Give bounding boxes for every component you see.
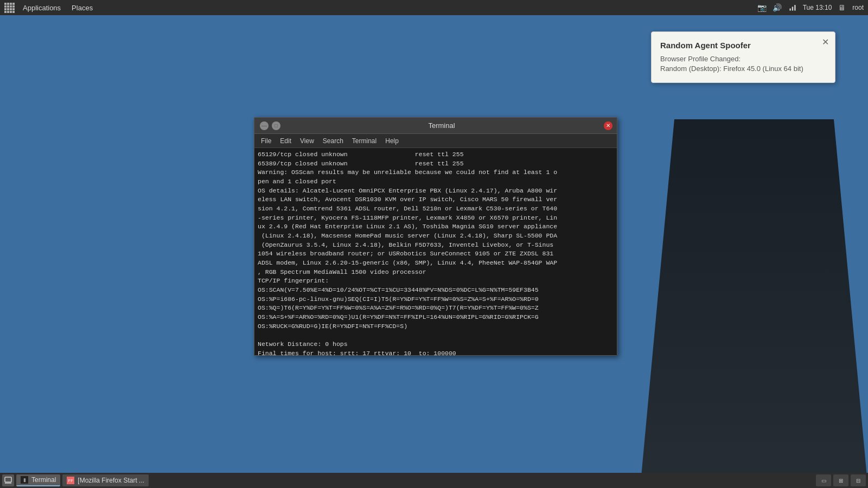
monitor-icon[interactable]: 🖥: [837, 3, 847, 12]
terminal-content[interactable]: 65129/tcp closed unknown reset ttl 255 6…: [254, 148, 617, 355]
terminal-minimize-button[interactable]: —: [260, 121, 269, 130]
taskbar-view-btn-3[interactable]: ⊟: [851, 474, 866, 486]
network-icon[interactable]: [788, 3, 797, 12]
notification-close-button[interactable]: ✕: [820, 36, 831, 47]
taskbar-view-btn-1[interactable]: ▭: [816, 474, 831, 486]
taskbar-firefox-item[interactable]: FF [Mozilla Firefox Start ...: [62, 474, 149, 486]
notification-popup: ✕ Random Agent Spoofer Browser Profile C…: [651, 31, 835, 83]
places-menu[interactable]: Places: [67, 3, 97, 13]
taskbar: ▮ Terminal FF [Mozilla Firefox Start ...…: [0, 473, 868, 488]
terminal-window: — □ Terminal ✕ File Edit View Search Ter…: [254, 117, 617, 356]
svg-rect-1: [792, 7, 793, 10]
terminal-menu-view[interactable]: View: [296, 136, 318, 146]
character-silhouette: [640, 119, 868, 488]
notification-body: Browser Profile Changed: Random (Desktop…: [660, 54, 824, 74]
taskbar-terminal-label: Terminal: [31, 476, 56, 484]
terminal-menubar: File Edit View Search Terminal Help: [254, 134, 617, 148]
video-icon[interactable]: 📷: [757, 3, 767, 12]
terminal-window-buttons: — □: [259, 121, 280, 130]
taskbar-show-desktop[interactable]: [2, 474, 14, 486]
taskbar-view-btn-2[interactable]: ⊞: [833, 474, 848, 486]
terminal-menu-search[interactable]: Search: [318, 136, 348, 146]
applications-menu[interactable]: Applications: [18, 3, 65, 13]
terminal-menu-edit[interactable]: Edit: [276, 136, 296, 146]
terminal-maximize-button[interactable]: □: [272, 121, 280, 130]
svg-rect-2: [794, 5, 795, 10]
terminal-menu-file[interactable]: File: [257, 136, 276, 146]
svg-rect-3: [5, 477, 11, 482]
notification-title: Random Agent Spoofer: [660, 41, 824, 50]
terminal-title: Terminal: [280, 121, 603, 130]
topbar-right: 📷 🔊 Tue 13:10 🖥 root: [757, 3, 864, 12]
taskbar-firefox-icon: FF: [67, 477, 74, 484]
taskbar-right: ▭ ⊞ ⊟: [816, 474, 866, 486]
topbar-left: Applications Places: [4, 3, 97, 13]
clock: Tue 13:10: [803, 4, 832, 11]
taskbar-firefox-label: [Mozilla Firefox Start ...: [78, 477, 144, 484]
terminal-close-button[interactable]: ✕: [604, 121, 612, 130]
taskbar-terminal-icon: ▮: [21, 476, 28, 484]
taskbar-terminal-item[interactable]: ▮ Terminal: [16, 474, 60, 486]
apps-grid-icon[interactable]: [4, 3, 14, 12]
volume-icon[interactable]: 🔊: [773, 3, 782, 12]
terminal-menu-terminal[interactable]: Terminal: [348, 136, 381, 146]
username: root: [852, 4, 864, 11]
svg-rect-0: [789, 9, 790, 11]
terminal-titlebar: — □ Terminal ✕: [254, 118, 617, 134]
desktop: ✕ Random Agent Spoofer Browser Profile C…: [0, 15, 868, 488]
topbar: Applications Places 📷 🔊 Tue 13:10 🖥 root: [0, 0, 868, 15]
terminal-menu-help[interactable]: Help: [381, 136, 403, 146]
